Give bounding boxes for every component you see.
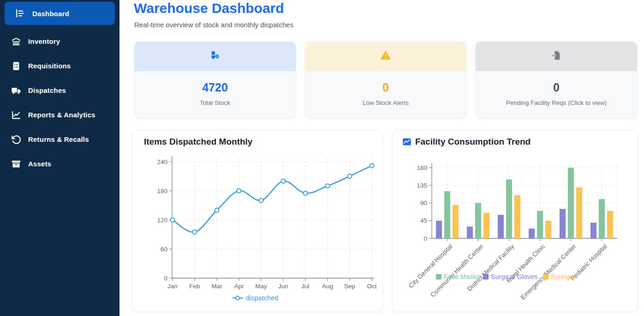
svg-text:0: 0	[164, 275, 167, 282]
clipboard-icon	[11, 61, 21, 71]
svg-text:dispatched: dispatched	[246, 294, 278, 302]
svg-text:Syringes: Syringes	[551, 273, 577, 280]
svg-text:Jul: Jul	[301, 283, 309, 290]
svg-text:60: 60	[161, 246, 167, 253]
line-chart-legend[interactable]: dispatched	[233, 294, 278, 302]
stat-card-header	[134, 42, 296, 71]
dashboard-icon	[15, 8, 25, 18]
stat-value: 0	[382, 81, 389, 94]
stat-card-header	[305, 42, 466, 71]
stat-card-low-stock: 0 Low Stock Alerts	[305, 42, 466, 118]
stat-card-body: 0 Pending Facility Reqs (Click to view)	[476, 71, 637, 106]
stat-card-pending-reqs[interactable]: 0 Pending Facility Reqs (Click to view)	[476, 42, 637, 118]
svg-text:Apr: Apr	[234, 283, 244, 290]
stat-label: Low Stock Alerts	[363, 99, 409, 106]
stat-card-total-stock: 4720 Total Stock	[134, 42, 296, 118]
sidebar-item-label: Dispatches	[28, 86, 66, 94]
stat-card-header	[476, 42, 637, 71]
sidebar-item-label: Reports & Analytics	[28, 111, 95, 119]
pills-icon	[210, 50, 220, 62]
svg-text:Jun: Jun	[278, 283, 288, 290]
sidebar-item-label: Returns & Recalls	[28, 135, 89, 143]
main-content: Warehouse Dashboard Real-time overview o…	[119, 0, 644, 316]
chart-line-icon	[11, 110, 21, 120]
svg-text:Feb: Feb	[189, 283, 200, 290]
svg-text:120: 120	[157, 217, 167, 224]
bar-chart-legend-item[interactable]: Surgical Gloves	[483, 273, 538, 280]
warehouse-icon	[11, 36, 21, 47]
sidebar-item-dispatches[interactable]: Dispatches	[0, 78, 119, 103]
sidebar-item-reports[interactable]: Reports & Analytics	[0, 103, 119, 127]
file-import-icon	[551, 50, 561, 62]
line-chart: 060120180240JanFebMarAprMayJunJulAugSepO…	[132, 130, 383, 312]
sidebar-item-assets[interactable]: Assets	[0, 152, 119, 176]
sidebar-item-requisitions[interactable]: Requisitions	[0, 54, 119, 78]
svg-text:Emergency Medical Center: Emergency Medical Center	[519, 243, 578, 301]
svg-text:180: 180	[157, 188, 167, 194]
sidebar-item-dashboard[interactable]: Dashboard	[5, 2, 115, 25]
bar-chart-legend-item[interactable]: Syringes	[543, 273, 577, 280]
svg-text:0: 0	[423, 235, 427, 242]
svg-text:Surgical Gloves: Surgical Gloves	[491, 273, 538, 280]
svg-text:180: 180	[417, 164, 427, 171]
svg-text:90: 90	[420, 200, 427, 207]
stat-label: Total Stock	[200, 99, 230, 106]
sidebar: Dashboard Inventory	[0, 0, 119, 316]
svg-text:Mar: Mar	[211, 283, 222, 290]
sidebar-item-label: Inventory	[28, 37, 60, 45]
stat-card-body: 0 Low Stock Alerts	[305, 71, 466, 106]
stats-row: 4720 Total Stock 0 Low Sto	[134, 42, 637, 118]
stat-label: Pending Facility Reqs (Click to view)	[506, 99, 607, 106]
svg-text:Jan: Jan	[167, 283, 178, 290]
sidebar-item-label: Assets	[28, 160, 51, 168]
svg-text:Community Health Center: Community Health Center	[429, 243, 485, 298]
sidebar-nav: Inventory Requisitions	[0, 29, 119, 176]
sidebar-item-inventory[interactable]: Inventory	[0, 29, 119, 54]
svg-text:Oct: Oct	[367, 283, 376, 290]
rotate-ccw-icon	[11, 134, 21, 145]
sidebar-item-label: Dashboard	[32, 10, 69, 18]
archive-box-icon	[11, 159, 21, 169]
svg-text:45: 45	[420, 217, 427, 224]
bar-chart: 04590135180City General HospitalCommunit…	[393, 130, 638, 312]
page-subtitle: Real-time overview of stock and monthly …	[134, 21, 293, 29]
bar-chart-legend-item[interactable]: Face Masks	[436, 273, 480, 280]
bar-chart-card: Facility Consumption Trend 04590135180Ci…	[392, 130, 638, 312]
warning-icon	[381, 50, 391, 62]
stat-value: 4720	[202, 81, 228, 94]
svg-text:240: 240	[157, 158, 167, 165]
sidebar-item-returns[interactable]: Returns & Recalls	[0, 127, 119, 152]
line-chart-card: Items Dispatched Monthly 060120180240Jan…	[132, 130, 383, 312]
svg-text:135: 135	[417, 182, 427, 189]
svg-text:Aug: Aug	[322, 283, 333, 290]
stat-value: 0	[553, 81, 560, 94]
stat-card-body: 4720 Total Stock	[134, 71, 296, 106]
page-title: Warehouse Dashboard	[134, 0, 284, 16]
sidebar-item-label: Requisitions	[28, 62, 71, 70]
svg-text:Face Masks: Face Masks	[444, 273, 480, 280]
svg-text:Sep: Sep	[344, 283, 355, 290]
truck-icon	[11, 85, 21, 96]
svg-text:May: May	[255, 283, 267, 290]
